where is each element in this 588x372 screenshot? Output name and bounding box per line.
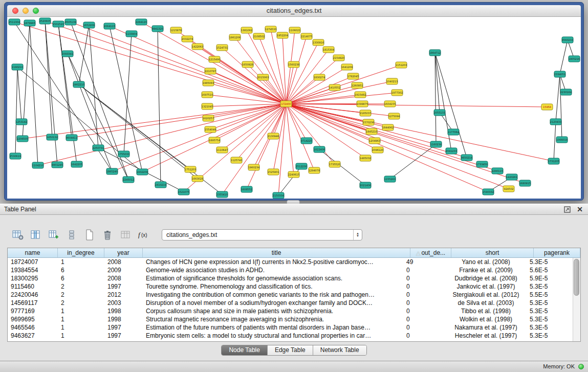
table-mode-button[interactable] — [10, 228, 26, 242]
row-options-button[interactable] — [64, 228, 79, 242]
graph-node[interactable]: 2290115 — [492, 168, 503, 174]
graph-node[interactable]: 2150334 — [273, 192, 284, 199]
network-table-select[interactable]: citations_edges.txt ▲▼ — [162, 229, 362, 240]
vertical-scrollbar[interactable] — [573, 258, 580, 341]
table-row[interactable]: 1938455462009Genome-wide association stu… — [8, 266, 573, 274]
graph-node[interactable]: 1521075 — [178, 189, 189, 195]
graph-node[interactable]: 1879965 — [24, 20, 35, 26]
graph-node[interactable]: 2250731 — [93, 145, 104, 151]
graph-node[interactable]: 1680915 — [519, 180, 531, 186]
graph-node[interactable]: 9714220 — [301, 138, 312, 144]
graph-node[interactable]: 1110647 — [216, 147, 228, 153]
graph-node[interactable]: 1650928 — [242, 61, 253, 68]
graph-node[interactable]: 2120433 — [550, 119, 561, 125]
graph-node[interactable]: 1420261 — [506, 174, 517, 180]
graph-node[interactable]: 1905216 — [569, 56, 580, 62]
tab-edge-table[interactable]: Edge Table — [268, 345, 313, 355]
graph-node[interactable]: 2064115 — [104, 23, 115, 29]
graph-node[interactable]: 1915482 — [355, 92, 366, 98]
graph-node[interactable]: 2185037 — [360, 110, 371, 116]
graph-node[interactable]: 1590332 — [483, 189, 494, 195]
column-header-short[interactable]: short — [451, 248, 534, 257]
graph-node[interactable]: 2355410 — [216, 191, 228, 198]
window-titlebar[interactable]: citations_edges.txt — [7, 5, 581, 17]
graph-node[interactable]: 1864712 — [429, 50, 441, 56]
graph-node[interactable]: 1381062 — [241, 27, 252, 33]
graph-node[interactable]: 2154920 — [333, 55, 344, 61]
table-row[interactable]: 977716911998Corpus callosum shape and si… — [8, 307, 573, 315]
scrollbar-thumb[interactable] — [574, 259, 579, 296]
table-row[interactable]: 1872400712008Changes of HCN gene express… — [8, 258, 573, 266]
graph-node[interactable]: 1215878 — [170, 27, 182, 33]
graph-node[interactable]: 2206505 — [17, 136, 28, 142]
graph-node[interactable]: 2334051 — [554, 71, 565, 77]
column-header-in-degree[interactable]: in_degree — [58, 248, 104, 257]
graph-node[interactable]: 1177064 — [448, 129, 459, 135]
graph-node[interactable]: 1215490 — [209, 56, 220, 62]
graph-node[interactable]: 1321045 — [202, 103, 213, 110]
show-columns-button[interactable] — [28, 228, 43, 242]
graph-node[interactable]: 1294078 — [309, 167, 320, 173]
graph-node[interactable]: 1733450 — [476, 161, 488, 167]
graph-node[interactable]: 1501520 — [53, 21, 64, 27]
graph-node[interactable]: 1450132 — [47, 134, 58, 140]
graph-node[interactable]: 2041233 — [446, 148, 457, 154]
graph-node[interactable]: 1151203 — [396, 62, 407, 68]
graph-node[interactable]: 1104210 — [32, 162, 43, 168]
graph-node[interactable]: 2410219 — [155, 182, 166, 188]
graph-node[interactable]: 2096120 — [372, 147, 383, 153]
graph-node[interactable]: 1620257 — [203, 115, 214, 121]
graph-node[interactable]: 2021406 — [360, 182, 371, 188]
graph-node[interactable]: 2230164 — [560, 89, 572, 95]
graph-node[interactable]: 1125740 — [231, 157, 242, 163]
graph-node[interactable]: 1952204 — [277, 32, 288, 38]
graph-node[interactable]: 1822406 — [314, 146, 325, 152]
graph-node[interactable]: 1554049 — [205, 126, 216, 133]
column-header-name[interactable]: name — [8, 248, 58, 257]
graph-node[interactable]: 2108502 — [253, 33, 265, 39]
graph-node[interactable]: 2055133 — [434, 110, 445, 116]
delete-button[interactable] — [100, 228, 115, 242]
graph-node[interactable]: 2284120 — [136, 19, 147, 25]
function-builder-button[interactable]: f(x) — [136, 228, 151, 242]
graph-node[interactable]: 2462210 — [73, 81, 84, 87]
column-header-pagerank[interactable]: pagerank — [534, 248, 580, 257]
tab-node-table[interactable]: Node Table — [222, 345, 268, 355]
graph-node[interactable]: 2511304 — [9, 19, 20, 25]
graph-node[interactable]: 1560238 — [288, 61, 299, 68]
graph-node[interactable]: 9560233 — [562, 37, 573, 43]
graph-node[interactable]: 1204963 — [369, 138, 380, 144]
graph-node[interactable]: 1155263 — [384, 176, 396, 182]
graph-node[interactable]: 1652209 — [83, 22, 95, 28]
graph-node[interactable]: 9604411 — [66, 135, 77, 141]
graph-node[interactable]: 1160234 — [430, 141, 442, 147]
graph-node[interactable]: 15958 — [541, 104, 553, 110]
graph-node[interactable]: 1066019 — [556, 137, 568, 143]
graph-node[interactable]: 1260951 — [352, 82, 363, 89]
graph-node[interactable]: 2214075 — [301, 33, 312, 39]
graph-node[interactable]: 1410552 — [329, 84, 340, 91]
graph-node[interactable]: 1731205 — [548, 158, 559, 164]
graph-node[interactable]: 1960234 — [248, 164, 259, 170]
graph-node[interactable]: 1782045 — [347, 73, 359, 79]
graph-node[interactable]: 2093341 — [62, 51, 73, 57]
graph-node[interactable]: 9941320 — [152, 26, 163, 32]
graph-node[interactable]: 1755033 — [118, 151, 129, 157]
column-header-out-de-[interactable]: △out_de... — [410, 248, 451, 257]
graph-node[interactable]: 2512230 — [296, 163, 307, 169]
table-row[interactable]: 946362711997Embryonic stem cells: a mode… — [8, 332, 573, 340]
graph-node[interactable]: 924502 — [503, 186, 514, 192]
graph-node[interactable]: 1274533 — [265, 26, 276, 32]
graph-node[interactable]: 1861206 — [229, 34, 241, 40]
graph-node[interactable]: 1570236 — [363, 119, 374, 125]
table-row[interactable]: 969969511998Structural magnetic resonanc… — [8, 315, 573, 323]
column-header-title[interactable]: title — [143, 248, 410, 257]
table-row[interactable]: 1456911722003Disruption of a novel membe… — [8, 299, 573, 307]
network-canvas[interactable]: 1724002511304187996525206051501520950513… — [7, 17, 581, 199]
graph-node[interactable]: 1932208 — [137, 169, 148, 175]
graph-node[interactable]: 1525901 — [268, 169, 279, 175]
graph-node[interactable]: 1040213 — [386, 78, 398, 84]
graph-node[interactable]: 1641209 — [341, 64, 353, 70]
graph-node[interactable]: 2210787 — [205, 68, 216, 74]
graph-node[interactable]: 1253142 — [16, 119, 27, 125]
